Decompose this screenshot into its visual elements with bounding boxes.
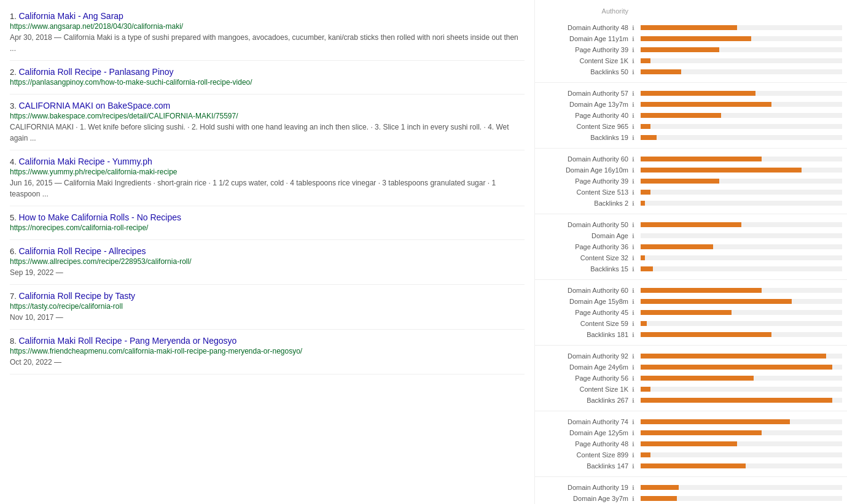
metric-info-icon[interactable]: ℹ [632, 200, 639, 207]
metric-bar-container [641, 398, 842, 403]
result-title-link[interactable]: CALIFORNIA MAKI on BakeSpace.com [18, 101, 170, 110]
metric-label: Backlinks 181 [540, 331, 632, 338]
metric-row: Backlinks 2ℹ [535, 198, 847, 209]
metric-label: Content Size 1K [540, 57, 632, 64]
metric-info-icon[interactable]: ℹ [632, 320, 639, 327]
metric-info-icon[interactable]: ℹ [632, 331, 639, 338]
metric-info-icon[interactable]: ℹ [632, 58, 639, 64]
metric-info-icon[interactable]: ℹ [632, 484, 639, 491]
result-snippet: Nov 10, 2017 — [10, 312, 525, 323]
metric-row: Content Size 899ℹ [535, 449, 847, 460]
metric-bar-container [641, 135, 842, 140]
metric-info-icon[interactable]: ℹ [632, 90, 639, 97]
result-number: 8. [10, 336, 18, 346]
metric-row: Domain Authority 19ℹ [535, 482, 847, 493]
metric-bar [641, 365, 832, 370]
metric-bar [641, 321, 647, 326]
metric-info-icon[interactable]: ℹ [632, 298, 639, 305]
metric-info-icon[interactable]: ℹ [632, 452, 639, 459]
metric-label: Backlinks 50 [540, 68, 632, 76]
metric-info-icon[interactable]: ℹ [632, 101, 639, 108]
result-item: 4. California Maki Recipe - Yummy.phhttp… [10, 150, 525, 206]
result-number: 1. [10, 12, 18, 21]
metric-bar [641, 255, 645, 260]
metric-bar [641, 201, 645, 206]
metric-info-icon[interactable]: ℹ [632, 156, 639, 163]
result-url: https://www.friendcheapmenu.com/californ… [10, 347, 525, 355]
result-metrics-group: Domain Authority 57ℹDomain Age 13y7mℹPag… [535, 83, 847, 149]
result-title-link[interactable]: California Roll Recipe by Tasty [18, 291, 135, 301]
metric-info-icon[interactable]: ℹ [632, 375, 639, 382]
result-snippet: CALIFORNIA MAKI · 1. Wet knife before sl… [10, 122, 525, 144]
result-header: 5. How to Make California Rolls - No Rec… [10, 212, 525, 222]
metric-row: Domain Authority 92ℹ [535, 351, 847, 362]
metric-info-icon[interactable]: ℹ [632, 353, 639, 360]
metric-bar [641, 190, 650, 195]
metric-row: Domain Authority 74ℹ [535, 416, 847, 427]
result-snippet: Apr 30, 2018 — California Maki is a type… [10, 32, 525, 54]
metric-bar [641, 266, 653, 271]
metric-bar [641, 332, 771, 337]
metric-bar [641, 463, 746, 468]
result-item: 5. How to Make California Rolls - No Rec… [10, 206, 525, 240]
result-url: https://www.allrecipes.com/recipe/228953… [10, 257, 525, 266]
metric-row: Backlinks 267ℹ [535, 395, 847, 406]
metric-info-icon[interactable]: ℹ [632, 287, 639, 294]
result-item: 6. California Roll Recipe - Allrecipesht… [10, 240, 525, 285]
metric-info-icon[interactable]: ℹ [632, 25, 639, 31]
metric-bar-container [641, 102, 842, 107]
metric-bar [641, 124, 650, 129]
metric-info-icon[interactable]: ℹ [632, 309, 639, 316]
metric-row: Content Size 965ℹ [535, 121, 847, 132]
metric-info-icon[interactable]: ℹ [632, 364, 639, 371]
metric-bar [641, 47, 719, 52]
result-number: 4. [10, 157, 18, 166]
metric-info-icon[interactable]: ℹ [632, 47, 639, 53]
metric-info-icon[interactable]: ℹ [632, 134, 639, 141]
metric-bar-container [641, 157, 842, 161]
metric-info-icon[interactable]: ℹ [632, 463, 639, 470]
metric-info-icon[interactable]: ℹ [632, 266, 639, 273]
metric-row: Domain Age 11y1mℹ [535, 33, 847, 44]
metrics-header: Authority [535, 5, 847, 17]
metric-info-icon[interactable]: ℹ [632, 69, 639, 76]
metric-info-icon[interactable]: ℹ [632, 189, 639, 196]
metric-info-icon[interactable]: ℹ [632, 397, 639, 404]
metric-info-icon[interactable]: ℹ [632, 178, 639, 185]
metric-bar [641, 354, 826, 359]
metric-info-icon[interactable]: ℹ [632, 112, 639, 119]
result-title-link[interactable]: How to Make California Rolls - No Recipe… [18, 212, 181, 222]
result-metrics-group: Domain Authority 74ℹDomain Age 12y5mℹPag… [535, 411, 847, 477]
metric-info-icon[interactable]: ℹ [632, 233, 639, 239]
authority-header-label: Authority [540, 7, 632, 15]
result-title-link[interactable]: California Maki Recipe - Yummy.ph [18, 157, 152, 166]
metric-bar [641, 102, 771, 107]
metric-label: Backlinks 267 [540, 397, 632, 404]
metric-info-icon[interactable]: ℹ [632, 167, 639, 174]
metric-label: Domain Authority 50 [540, 221, 632, 228]
metric-bar [641, 310, 732, 315]
result-title-link[interactable]: California Maki - Ang Sarap [18, 11, 123, 21]
result-header: 1. California Maki - Ang Sarap [10, 11, 525, 21]
metric-info-icon[interactable]: ℹ [632, 244, 639, 250]
metric-bar [641, 398, 832, 403]
metric-info-icon[interactable]: ℹ [632, 430, 639, 436]
metric-row: Content Size 1Kℹ [535, 384, 847, 395]
metric-info-icon[interactable]: ℹ [632, 222, 639, 228]
metric-row: Domain Age 16y10mℹ [535, 165, 847, 176]
metric-info-icon[interactable]: ℹ [632, 36, 639, 42]
metric-info-icon[interactable]: ℹ [632, 386, 639, 393]
result-title-link[interactable]: California Maki Roll Recipe - Pang Merye… [18, 336, 236, 346]
metric-info-icon[interactable]: ℹ [632, 255, 639, 262]
result-title-link[interactable]: California Roll Recipe - Allrecipes [18, 246, 146, 256]
metric-label: Page Authority 45 [540, 309, 632, 316]
metric-info-icon[interactable]: ℹ [632, 419, 639, 425]
metric-label: Content Size 965 [540, 123, 632, 130]
metric-info-icon[interactable]: ℹ [632, 123, 639, 130]
result-title-link[interactable]: California Roll Recipe - Panlasang Pinoy [18, 67, 173, 77]
metric-info-icon[interactable]: ℹ [632, 441, 639, 448]
metric-info-icon[interactable]: ℹ [632, 495, 639, 502]
metric-bar-container [641, 201, 842, 206]
metric-row: Domain Age 24y6mℹ [535, 362, 847, 373]
result-number: 2. [10, 68, 18, 77]
